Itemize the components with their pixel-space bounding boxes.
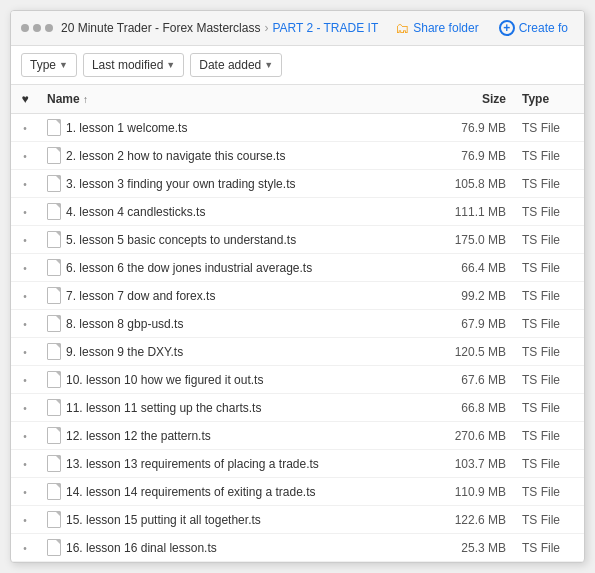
name-cell[interactable]: 6. lesson 6 the dow jones industrial ave… — [39, 254, 434, 282]
type-cell: TS File — [514, 506, 584, 534]
type-cell: TS File — [514, 114, 584, 142]
size-cell: 103.7 MB — [434, 450, 514, 478]
file-icon — [47, 539, 61, 556]
type-cell: TS File — [514, 366, 584, 394]
file-name: 8. lesson 8 gbp-usd.ts — [66, 317, 183, 331]
name-cell[interactable]: 11. lesson 11 setting up the charts.ts — [39, 394, 434, 422]
size-cell: 66.8 MB — [434, 394, 514, 422]
dot-3 — [45, 24, 53, 32]
table-row[interactable]: •11. lesson 11 setting up the charts.ts6… — [11, 394, 584, 422]
name-cell[interactable]: 15. lesson 15 putting it all together.ts — [39, 506, 434, 534]
name-cell[interactable]: 1. lesson 1 welcome.ts — [39, 114, 434, 142]
size-cell: 270.6 MB — [434, 422, 514, 450]
fav-cell: • — [11, 394, 39, 422]
bullet-icon: • — [23, 347, 27, 358]
table-row[interactable]: •3. lesson 3 finding your own trading st… — [11, 170, 584, 198]
name-cell[interactable]: 16. lesson 16 dinal lesson.ts — [39, 534, 434, 562]
table-row[interactable]: •4. lesson 4 candlesticks.ts111.1 MBTS F… — [11, 198, 584, 226]
file-icon — [47, 287, 61, 304]
breadcrumb-separator: › — [264, 21, 268, 35]
type-filter-label: Type — [30, 58, 56, 72]
name-cell[interactable]: 5. lesson 5 basic concepts to understand… — [39, 226, 434, 254]
fav-cell: • — [11, 282, 39, 310]
type-cell: TS File — [514, 422, 584, 450]
table-row[interactable]: •12. lesson 12 the pattern.ts270.6 MBTS … — [11, 422, 584, 450]
table-row[interactable]: •2. lesson 2 how to navigate this course… — [11, 142, 584, 170]
fav-cell: • — [11, 534, 39, 562]
table-row[interactable]: •9. lesson 9 the DXY.ts120.5 MBTS File — [11, 338, 584, 366]
bullet-icon: • — [23, 179, 27, 190]
bullet-icon: • — [23, 459, 27, 470]
fav-cell: • — [11, 198, 39, 226]
breadcrumb-item-1[interactable]: 20 Minute Trader - Forex Masterclass — [61, 21, 260, 35]
file-icon — [47, 259, 61, 276]
name-cell[interactable]: 4. lesson 4 candlesticks.ts — [39, 198, 434, 226]
titlebar-actions: 🗂 Share folder + Create fo — [389, 17, 574, 39]
name-cell[interactable]: 7. lesson 7 dow and forex.ts — [39, 282, 434, 310]
share-folder-button[interactable]: 🗂 Share folder — [389, 17, 484, 39]
file-icon — [47, 315, 61, 332]
size-cell: 25.3 MB — [434, 534, 514, 562]
col-name[interactable]: Name ↑ — [39, 85, 434, 114]
date-added-filter-button[interactable]: Date added ▼ — [190, 53, 282, 77]
type-cell: TS File — [514, 142, 584, 170]
titlebar: 20 Minute Trader - Forex Masterclass › P… — [11, 11, 584, 46]
table-row[interactable]: •5. lesson 5 basic concepts to understan… — [11, 226, 584, 254]
type-cell: TS File — [514, 282, 584, 310]
table-row[interactable]: •6. lesson 6 the dow jones industrial av… — [11, 254, 584, 282]
table-row[interactable]: •1. lesson 1 welcome.ts76.9 MBTS File — [11, 114, 584, 142]
name-cell[interactable]: 8. lesson 8 gbp-usd.ts — [39, 310, 434, 338]
name-cell[interactable]: 2. lesson 2 how to navigate this course.… — [39, 142, 434, 170]
type-cell: TS File — [514, 478, 584, 506]
bullet-icon: • — [23, 235, 27, 246]
file-icon — [47, 175, 61, 192]
table-row[interactable]: •10. lesson 10 how we figured it out.ts6… — [11, 366, 584, 394]
bullet-icon: • — [23, 291, 27, 302]
name-cell[interactable]: 13. lesson 13 requirements of placing a … — [39, 450, 434, 478]
type-cell: TS File — [514, 198, 584, 226]
bullet-icon: • — [23, 319, 27, 330]
file-name: 5. lesson 5 basic concepts to understand… — [66, 233, 296, 247]
file-icon — [47, 455, 61, 472]
name-cell[interactable]: 3. lesson 3 finding your own trading sty… — [39, 170, 434, 198]
file-name: 11. lesson 11 setting up the charts.ts — [66, 401, 261, 415]
file-browser-window: 20 Minute Trader - Forex Masterclass › P… — [10, 10, 585, 563]
file-table: ♥ Name ↑ Size Type •1. lesson 1 welcome.… — [11, 85, 584, 562]
toolbar: Type ▼ Last modified ▼ Date added ▼ — [11, 46, 584, 85]
name-cell[interactable]: 10. lesson 10 how we figured it out.ts — [39, 366, 434, 394]
breadcrumb-item-2[interactable]: PART 2 - TRADE IT — [272, 21, 378, 35]
name-cell[interactable]: 12. lesson 12 the pattern.ts — [39, 422, 434, 450]
file-icon — [47, 231, 61, 248]
type-cell: TS File — [514, 450, 584, 478]
table-row[interactable]: •13. lesson 13 requirements of placing a… — [11, 450, 584, 478]
file-icon — [47, 399, 61, 416]
size-cell: 120.5 MB — [434, 338, 514, 366]
type-filter-button[interactable]: Type ▼ — [21, 53, 77, 77]
table-row[interactable]: •14. lesson 14 requirements of exiting a… — [11, 478, 584, 506]
bullet-icon: • — [23, 375, 27, 386]
bullet-icon: • — [23, 431, 27, 442]
file-icon — [47, 343, 61, 360]
table-row[interactable]: •8. lesson 8 gbp-usd.ts67.9 MBTS File — [11, 310, 584, 338]
size-cell: 122.6 MB — [434, 506, 514, 534]
file-table-container: ♥ Name ↑ Size Type •1. lesson 1 welcome.… — [11, 85, 584, 562]
create-button[interactable]: + Create fo — [493, 17, 574, 39]
table-row[interactable]: •7. lesson 7 dow and forex.ts99.2 MBTS F… — [11, 282, 584, 310]
name-cell[interactable]: 14. lesson 14 requirements of exiting a … — [39, 478, 434, 506]
col-fav: ♥ — [11, 85, 39, 114]
bullet-icon: • — [23, 403, 27, 414]
fav-cell: • — [11, 422, 39, 450]
last-modified-filter-button[interactable]: Last modified ▼ — [83, 53, 184, 77]
size-cell: 99.2 MB — [434, 282, 514, 310]
bullet-icon: • — [23, 263, 27, 274]
file-name: 10. lesson 10 how we figured it out.ts — [66, 373, 263, 387]
type-cell: TS File — [514, 170, 584, 198]
name-cell[interactable]: 9. lesson 9 the DXY.ts — [39, 338, 434, 366]
table-row[interactable]: •15. lesson 15 putting it all together.t… — [11, 506, 584, 534]
file-name: 13. lesson 13 requirements of placing a … — [66, 457, 319, 471]
table-row[interactable]: •16. lesson 16 dinal lesson.ts25.3 MBTS … — [11, 534, 584, 562]
file-icon — [47, 371, 61, 388]
size-cell: 110.9 MB — [434, 478, 514, 506]
plus-icon: + — [499, 20, 515, 36]
fav-cell: • — [11, 366, 39, 394]
